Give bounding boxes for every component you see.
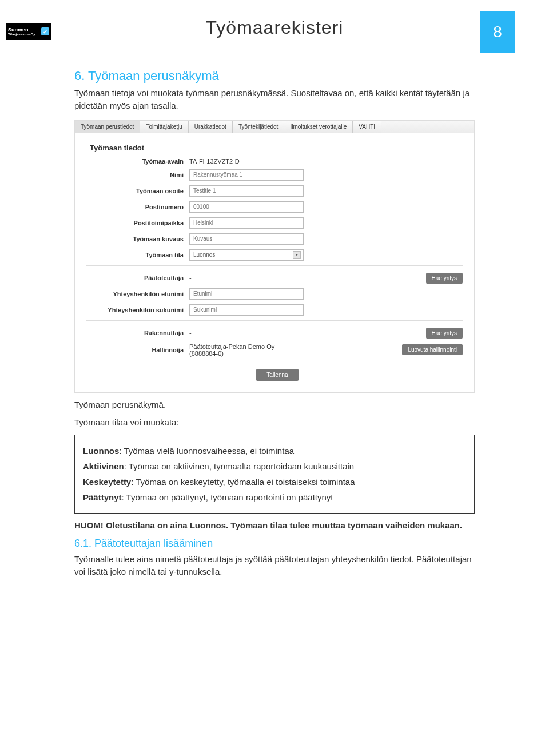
tab-bar: Työmaan perustiedot Toimittajaketju Urak…	[75, 121, 474, 133]
section-6-heading: 6. Työmaan perusnäkymä	[74, 69, 475, 83]
status-line-aktiivinen: Aktiivinen: Työmaa on aktiivinen, työmaa…	[83, 459, 466, 474]
label-kuvaus: Työmaan kuvaus	[86, 236, 189, 242]
label-nimi: Nimi	[86, 172, 189, 178]
label-tyomaa-avain: Työmaa-avain	[86, 158, 189, 165]
app-screenshot: Työmaan perustiedot Toimittajaketju Urak…	[74, 120, 475, 393]
tab-vahti[interactable]: VAHTI	[353, 121, 381, 133]
label-postinumero: Postinumero	[86, 204, 189, 210]
value-paatoteuttaja: -	[189, 274, 192, 281]
status-line-luonnos: Luonnos: Työmaa vielä luonnosvaiheessa, …	[83, 443, 466, 459]
tab-urakkatiedot[interactable]: Urakkatiedot	[189, 121, 233, 133]
input-etunimi[interactable]	[189, 288, 304, 300]
hae-yritys-button-1[interactable]: Hae yritys	[426, 273, 463, 284]
status-line-keskeytetty: Keskeytetty: Työmaa on keskeytetty, työm…	[83, 474, 466, 490]
page-number-badge: 8	[480, 11, 515, 53]
page-title: Työmaarekisteri	[0, 17, 549, 38]
label-rakennuttaja: Rakennuttaja	[86, 329, 189, 336]
input-kuvaus[interactable]	[189, 233, 304, 245]
input-sukunimi[interactable]	[189, 304, 304, 316]
section-6-1-text: Työmaalle tulee aina nimetä päätoteuttaj…	[74, 553, 475, 578]
value-hallinnoija: Päätoteuttaja-Pekan Demo Oy (8888884-0)	[189, 343, 304, 357]
label-tila: Työmaan tila	[86, 252, 189, 258]
section-6-intro: Työmaan tietoja voi muokata työmaan peru…	[74, 87, 475, 112]
input-nimi[interactable]	[189, 169, 304, 181]
section-6-1-heading: 6.1. Päätoteuttajan lisääminen	[74, 538, 475, 550]
tab-perustiedot[interactable]: Työmaan perustiedot	[75, 121, 140, 133]
tab-toimittajaketju[interactable]: Toimittajaketju	[140, 121, 188, 133]
hae-yritys-button-2[interactable]: Hae yritys	[426, 328, 463, 339]
tab-ilmoitukset[interactable]: Ilmoitukset verottajalle	[284, 121, 353, 133]
label-postitoimipaikka: Postitoimipaikka	[86, 220, 189, 226]
select-tila-value: Luonnos	[193, 252, 215, 258]
value-rakennuttaja: -	[189, 329, 192, 336]
tallenna-button[interactable]: Tallenna	[256, 369, 298, 381]
status-line-paattynyt: Päättynyt: Työmaa on päättynyt, työmaan …	[83, 490, 466, 505]
luovuta-hallinnointi-button[interactable]: Luovuta hallinnointi	[402, 344, 463, 355]
divider	[86, 265, 463, 266]
input-postinumero[interactable]	[189, 201, 304, 213]
status-definitions-box: Luonnos: Työmaa vielä luonnosvaiheessa, …	[74, 435, 475, 514]
input-postitoimipaikka[interactable]	[189, 217, 304, 229]
label-sukunimi: Yhteyshenkilön sukunimi	[86, 307, 189, 313]
label-hallinnoija: Hallinnoija	[86, 347, 189, 353]
note-huom: HUOM! Oletustilana on aina Luonnos. Työm…	[74, 519, 475, 532]
panel-heading: Työmaan tiedot	[90, 144, 463, 152]
chevron-down-icon: ▾	[293, 251, 301, 259]
value-tyomaa-avain: TA-FI-13ZVZT2-D	[189, 158, 240, 165]
label-osoite: Työmaan osoite	[86, 188, 189, 194]
select-tila[interactable]: Luonnos ▾	[189, 249, 304, 261]
label-paatoteuttaja: Päätoteuttaja	[86, 274, 189, 281]
divider	[86, 320, 463, 321]
screenshot-caption: Työmaan perusnäkymä.	[74, 399, 475, 411]
tab-tyontekijatiedot[interactable]: Työntekijätiedot	[233, 121, 285, 133]
label-etunimi: Yhteyshenkilön etunimi	[86, 291, 189, 297]
input-osoite[interactable]	[189, 185, 304, 197]
statuses-intro: Työmaan tilaa voi muokata:	[74, 416, 475, 429]
